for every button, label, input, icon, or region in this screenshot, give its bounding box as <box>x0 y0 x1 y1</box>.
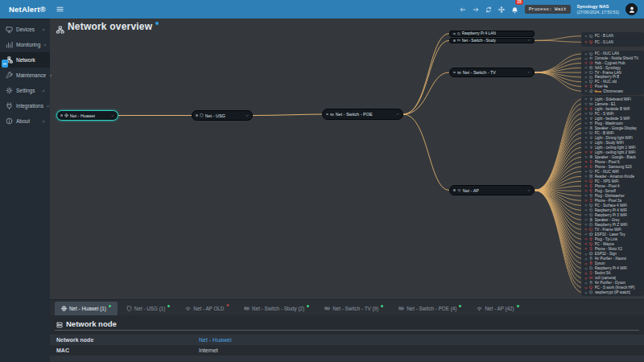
status-dot <box>196 114 198 117</box>
connection-status-icon <box>584 165 588 168</box>
chevron-down-icon <box>527 189 530 192</box>
connection-status-icon <box>584 61 588 64</box>
device-label: PC - Surface 4 WiFi <box>595 204 628 208</box>
connection-status-icon <box>584 218 588 221</box>
move-pan-icon[interactable] <box>498 6 505 13</box>
pc-icon <box>589 170 593 174</box>
sidebar-item-integrations[interactable]: Integrations< <box>0 98 50 113</box>
topology-node-net-huawei[interactable]: Net - Huawei <box>56 110 118 121</box>
topology-node-net-switch-study[interactable]: Net - Switch - Study <box>449 38 535 44</box>
device-row[interactable]: Speaker - Google - Black <box>583 154 642 159</box>
phone-icon <box>589 160 593 164</box>
device-label: Redmi 5A <box>595 271 611 275</box>
device-row[interactable]: Console - Nvidia Shield TV <box>583 56 642 61</box>
plug-icon <box>589 237 593 241</box>
sidebar-item-about[interactable]: About< <box>0 113 50 129</box>
tab-net-switch-study-2-[interactable]: Net - Switch - Study (2) <box>237 302 316 315</box>
device-row[interactable]: raspberrypi (IP watch) <box>583 290 642 295</box>
connection-status-icon <box>584 80 588 84</box>
device-row[interactable]: Light - ceiling light 2 WiFi <box>583 150 642 154</box>
sidebar-item-settings[interactable]: Settings< <box>0 83 50 98</box>
device-label: PC - NUC old <box>595 80 617 84</box>
tab-label: Net - AP OLD <box>193 306 224 311</box>
online-dot-icon <box>167 305 170 307</box>
device-label: PC - B WiFi <box>595 131 614 135</box>
device-label: Camera - E1 <box>595 102 616 106</box>
device-label: Phone - Pixel 3a <box>595 199 622 203</box>
topology-canvas[interactable]: Net - Huawei Net - USG Net - Switch - PO… <box>50 19 644 299</box>
connection-status-icon <box>584 242 588 245</box>
device-label: PC - S work (fintech HP) <box>595 286 635 290</box>
detail-row-value[interactable]: Net - Huawei <box>199 337 231 343</box>
connection-status-icon <box>584 272 588 275</box>
wifi-icon <box>457 188 461 192</box>
monitoring-icon <box>6 41 13 48</box>
phone-icon <box>589 271 593 275</box>
device-row[interactable]: NewChromecast <box>583 88 642 93</box>
nav-forward-icon[interactable] <box>473 6 479 13</box>
device-row[interactable]: Light - ceiling light 1 WiFi <box>583 145 642 150</box>
tab-net-switch-tv-9-[interactable]: Net - Switch - TV (9) <box>318 302 390 315</box>
node-label: Net - Switch - TV <box>463 70 496 75</box>
shield-icon <box>200 113 204 117</box>
device-row[interactable]: PC - S LAN <box>583 39 642 46</box>
notifications-bell-icon[interactable]: 15 <box>511 2 518 17</box>
connection-status-icon <box>584 170 588 173</box>
node-tabs-bar: Net - Huawei (1)Net - USG (1)Net - AP OL… <box>50 299 644 315</box>
sidebar-item-devices[interactable]: Devices< <box>0 22 50 37</box>
connection-status-icon <box>584 146 588 149</box>
tab-net-huawei-1-[interactable]: Net - Huawei (1) <box>55 302 118 315</box>
device-row[interactable]: PC - S work (fintech HP) <box>583 286 642 290</box>
rpi-icon <box>589 76 593 80</box>
device-row[interactable]: PC - B LAN <box>583 33 642 39</box>
topology-node-net-switch-tv[interactable]: Net - Switch - TV <box>449 68 535 77</box>
device-label: Light - bedside B WiFi <box>595 107 631 111</box>
sidebar-item-monitoring[interactable]: Monitoring< <box>0 37 50 52</box>
phone-icon <box>589 199 593 203</box>
device-label: Pixel 4a <box>595 84 608 88</box>
device-label: Air Purifier - Dyson <box>595 281 626 285</box>
topology-node-net-usg[interactable]: Net - USG <box>192 110 253 121</box>
globe-icon <box>64 113 68 117</box>
device-label: PC - NUC WiFi <box>595 170 620 174</box>
refresh-icon[interactable] <box>485 6 492 13</box>
connection-status-icon <box>584 71 588 74</box>
chevron-down-icon <box>396 113 399 116</box>
device-label: Reader - Amazon Kindle <box>595 175 635 179</box>
hamburger-menu-icon[interactable] <box>56 6 64 13</box>
tab-net-usg-1-[interactable]: Net - USG (1) <box>120 302 177 315</box>
plug-icon <box>589 194 593 198</box>
tab-net-ap-old[interactable]: Net - AP OLD <box>179 302 235 315</box>
divider <box>55 330 639 331</box>
info-dot-icon[interactable] <box>155 22 159 25</box>
topology-node-net-ap[interactable]: Net - AP <box>449 185 535 195</box>
rpi-icon <box>589 266 593 270</box>
tv-icon <box>589 228 593 232</box>
device-row[interactable]: Speaker - Google Display <box>583 125 642 130</box>
tab-net-ap-42-[interactable]: Net - AP (42) <box>470 302 525 315</box>
topology-links <box>50 19 644 299</box>
node-label: Net - Huawei <box>70 113 96 118</box>
device-label: Light - bedside S WiFi <box>595 117 631 121</box>
pc-icon <box>589 52 593 56</box>
device-row[interactable]: Reader - Amazon Kindle <box>583 174 642 179</box>
connection-status-icon <box>584 150 588 154</box>
topology-node-raspberry-pi-4-lan[interactable]: Raspberry Pi 4 LAN <box>449 31 535 37</box>
node-label: Net - Switch - Study <box>462 39 496 43</box>
connection-status-icon <box>584 189 588 192</box>
user-avatar[interactable] <box>625 3 638 15</box>
page-title-row: Network overview <box>56 21 159 37</box>
reader-icon <box>589 175 593 179</box>
tab-net-switch-poe-4-[interactable]: Net - Switch - POE (4) <box>392 302 468 315</box>
phone-icon <box>589 165 593 169</box>
main-content: Network overview Net - Huawei Net - USG … <box>50 19 644 362</box>
topology-node-net-switch-poe[interactable]: Net - Switch - POE <box>322 109 403 120</box>
nav-back-icon[interactable] <box>460 6 466 13</box>
connection-status-icon <box>584 131 588 134</box>
status-dot <box>453 72 456 74</box>
submenu-toggle[interactable] <box>2 60 8 68</box>
device-group-ap: Light - Sideboard WiFiCamera - E1Light -… <box>581 96 644 297</box>
sidebar-item-label: Settings <box>16 88 35 93</box>
sidebar-item-maintenance[interactable]: Maintenance< <box>0 68 50 83</box>
notification-count-badge: 15 <box>515 0 524 5</box>
